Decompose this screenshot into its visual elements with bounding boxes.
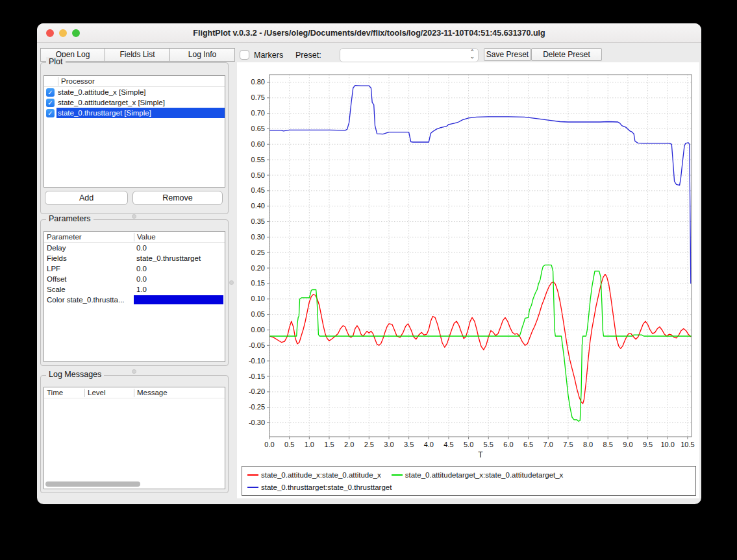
row-checkbox[interactable]: ✓ (46, 109, 55, 117)
x-tick-label: 0.5 (284, 441, 294, 448)
x-tick-label: 5.0 (464, 441, 473, 448)
delete-preset-button[interactable]: Delete Preset (531, 48, 602, 61)
chevron-up-down-icon: ⌃⌄ (469, 49, 475, 60)
vertical-splitter-handle[interactable] (229, 280, 234, 285)
x-axis-label: T (478, 450, 483, 459)
plot-group-title: Plot (46, 57, 66, 66)
table-row[interactable]: LPF 0.0 (44, 263, 225, 274)
fields-list-button[interactable]: Fields List (105, 48, 170, 62)
log-messages-group-title: Log Messages (46, 370, 104, 379)
value-column-header: Value (134, 233, 225, 241)
x-tick-label: 7.0 (543, 441, 553, 448)
param-value[interactable]: 0.0 (134, 274, 225, 284)
y-tick-label: 0.55 (251, 156, 265, 164)
horizontal-splitter-handle[interactable] (132, 369, 136, 374)
markers-label: Markers (254, 51, 283, 60)
titlebar[interactable]: FlightPlot v.0.3.2 - /Users/oleg/Documen… (37, 23, 701, 43)
table-row[interactable]: Fields state_0.thrusttarget (44, 253, 225, 263)
x-tick-label: 5.5 (484, 441, 493, 448)
log-messages-table: Time Level Message (44, 387, 225, 489)
y-tick-label: 0.15 (251, 279, 265, 287)
traffic-lights (46, 29, 80, 37)
x-tick-label: 2.0 (344, 441, 354, 448)
param-value[interactable]: 0.0 (134, 243, 225, 253)
param-name: Scale (44, 284, 134, 295)
table-row[interactable]: Color state_0.thrustta... (44, 295, 225, 305)
y-tick-label: 0.20 (251, 264, 265, 272)
param-name: LPF (44, 263, 134, 274)
table-row[interactable]: ✓ state_0.thrusttarget [Simple] (44, 108, 225, 118)
x-tick-label: 4.0 (424, 441, 434, 448)
x-tick-label: 4.5 (443, 441, 453, 448)
log-table-header: Time Level Message (44, 387, 225, 398)
table-row[interactable]: ✓ state_0.attitudetarget_x [Simple] (44, 97, 225, 108)
x-tick-label: 9.5 (643, 441, 653, 448)
close-button[interactable] (46, 29, 54, 37)
y-tick-label: 0.35 (251, 217, 265, 225)
log-info-button[interactable]: Log Info (169, 48, 235, 62)
app-window: FlightPlot v.0.3.2 - /Users/oleg/Documen… (37, 23, 701, 504)
x-tick-label: 10.5 (681, 441, 694, 448)
preset-combobox[interactable]: ⌃⌄ (340, 48, 479, 62)
row-checkbox[interactable]: ✓ (46, 88, 55, 97)
y-tick-label: -0.15 (249, 372, 265, 380)
add-button[interactable]: Add (45, 191, 128, 205)
legend-line-icon (247, 474, 258, 476)
param-name: Delay (44, 243, 134, 253)
param-value[interactable]: 1.0 (134, 284, 225, 295)
param-value[interactable]: state_0.thrusttarget (134, 253, 225, 263)
time-column-header: Time (44, 389, 84, 397)
y-tick-label: 0.40 (251, 202, 265, 210)
parameters-group-title: Parameters (46, 214, 94, 223)
series-color-swatch[interactable] (134, 295, 223, 304)
x-tick-label: 6.0 (503, 441, 513, 448)
legend-label: state_0.thrusttarget:state_0.thrusttarge… (261, 483, 392, 491)
toolbar: Open Log Fields List Log Info Markers Pr… (37, 43, 701, 64)
markers-checkbox[interactable] (240, 50, 249, 60)
series-label: state_0.attitude_x [Simple] (56, 87, 225, 97)
zoom-button[interactable] (72, 29, 80, 37)
horizontal-splitter-handle[interactable] (132, 214, 136, 219)
chart-panel: 0.800.750.700.650.600.550.500.450.400.35… (237, 62, 699, 498)
y-tick-label: -0.25 (249, 403, 265, 411)
plot-table-header: Processor (44, 76, 225, 87)
x-tick-label: 3.0 (384, 441, 393, 448)
x-tick-label: 1.0 (305, 441, 314, 448)
y-tick-label: 0.10 (251, 295, 265, 302)
save-preset-button[interactable]: Save Preset (484, 48, 531, 61)
minimize-button[interactable] (59, 29, 67, 37)
table-row[interactable]: ✓ state_0.attitude_x [Simple] (44, 87, 225, 97)
y-tick-label: 0.25 (251, 249, 265, 256)
processor-column-header: Processor (58, 77, 225, 86)
row-checkbox[interactable]: ✓ (46, 99, 55, 107)
table-row[interactable]: Scale 1.0 (44, 284, 225, 295)
x-tick-label: 8.5 (603, 441, 613, 448)
chart-legend: state_0.attitude_x:state_0.attitude_xsta… (242, 466, 696, 496)
param-name: Offset (44, 274, 134, 284)
legend-label: state_0.attitude_x:state_0.attitude_x (261, 471, 381, 479)
x-tick-label: 10.0 (660, 441, 674, 448)
param-value[interactable]: 0.0 (134, 263, 225, 274)
x-tick-label: 1.5 (324, 441, 334, 448)
y-tick-label: 0.50 (251, 171, 265, 179)
level-column-header: Level (84, 389, 134, 397)
parameters-table: Parameter Value Delay 0.0 Fields state_0… (44, 231, 225, 362)
chart-canvas[interactable]: 0.800.750.700.650.600.550.500.450.400.35… (237, 62, 699, 463)
x-tick-label: 7.5 (563, 441, 573, 448)
parameters-table-header: Parameter Value (44, 232, 225, 243)
horizontal-scrollbar-thumb[interactable] (45, 481, 140, 487)
y-tick-label: 0.65 (251, 125, 265, 132)
y-tick-label: 0.70 (251, 109, 265, 117)
x-tick-label: 0.0 (264, 441, 274, 448)
table-row[interactable]: Delay 0.0 (44, 243, 225, 253)
x-tick-label: 9.0 (623, 441, 632, 448)
table-row[interactable]: Offset 0.0 (44, 274, 225, 284)
y-tick-label: 0.00 (251, 326, 265, 334)
y-tick-label: 0.05 (251, 310, 265, 318)
legend-row: state_0.attitude_x:state_0.attitude_xsta… (247, 469, 690, 481)
message-column-header: Message (134, 389, 225, 397)
legend-line-icon (392, 474, 403, 476)
legend-label: state_0.attitudetarget_x:state_0.attitud… (405, 471, 564, 479)
y-tick-label: -0.10 (249, 357, 265, 365)
remove-button[interactable]: Remove (132, 191, 223, 205)
